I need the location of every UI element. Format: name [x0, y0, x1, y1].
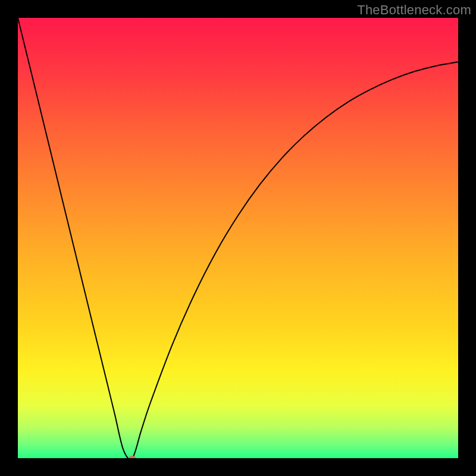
chart-container: TheBottleneck.com [0, 0, 476, 476]
gradient-backdrop [18, 18, 458, 458]
watermark-text: TheBottleneck.com [357, 2, 471, 18]
plot-area [18, 18, 458, 458]
chart-svg [18, 18, 458, 458]
